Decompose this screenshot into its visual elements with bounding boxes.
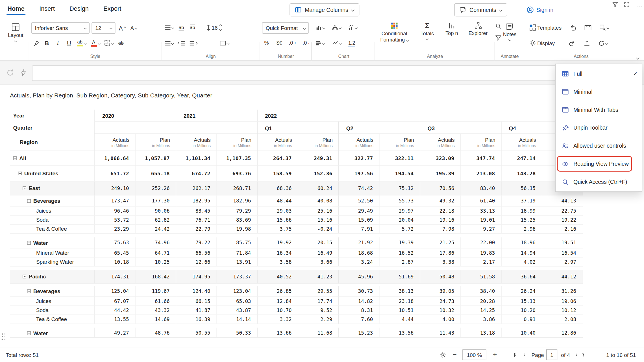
value-cell[interactable]: 3.58 — [257, 258, 298, 266]
value-cell[interactable]: 14.82 — [338, 297, 379, 306]
currency-format-button[interactable]: $€ — [275, 38, 284, 49]
value-cell[interactable]: 55.73 — [379, 195, 420, 206]
value-cell[interactable]: 83.69 — [216, 215, 257, 224]
value-cell[interactable]: 2.96 — [501, 224, 542, 233]
flash-icon[interactable] — [21, 69, 26, 76]
value-cell[interactable]: 7.98 — [420, 224, 460, 233]
row-label-water[interactable]: Water — [10, 237, 95, 248]
value-cell[interactable]: 16.52 — [379, 248, 420, 257]
value-cell[interactable]: 2.17 — [460, 258, 501, 266]
value-cell[interactable]: 20.04 — [379, 215, 420, 224]
year-header-cell[interactable]: 2022 — [257, 110, 582, 121]
next-page-button[interactable] — [575, 347, 577, 362]
value-cell[interactable]: 8.31 — [338, 306, 379, 315]
value-cell[interactable]: 66.56 — [176, 248, 216, 257]
quarter-header-cell[interactable]: Q3 — [420, 121, 501, 134]
value-cell[interactable]: 75.63 — [94, 237, 135, 248]
value-cell[interactable]: 90.06 — [135, 206, 176, 215]
bold-button[interactable]: B — [42, 38, 51, 49]
menu-item-minimal-with-tabs[interactable]: Minimal With Tabs — [556, 101, 642, 119]
value-cell[interactable]: 10.12 — [542, 306, 582, 315]
collapse-icon[interactable] — [27, 289, 31, 293]
increase-indent-button[interactable] — [188, 38, 198, 49]
notes-button[interactable]: Notes — [497, 23, 522, 40]
combo-chart-button[interactable] — [347, 22, 358, 33]
measure-header-cell[interactable]: Planin Millions — [460, 134, 501, 151]
value-cell[interactable]: 15.66 — [257, 215, 298, 224]
value-cell[interactable]: 22.00 — [460, 237, 501, 248]
value-cell[interactable]: 158.59 — [257, 166, 298, 181]
tab-home[interactable]: Home — [7, 5, 25, 12]
value-cell[interactable]: 213.08 — [460, 166, 501, 181]
value-cell[interactable]: 17.74 — [298, 297, 338, 306]
value-cell[interactable]: 2.87 — [379, 258, 420, 266]
format-painter-icon[interactable] — [31, 38, 40, 49]
value-cell[interactable]: 31.26 — [542, 286, 582, 296]
value-cell[interactable]: 45.96 — [338, 270, 379, 283]
font-family-select[interactable]: Inforiver Sans — [31, 22, 90, 34]
decrease-decimals-button[interactable]: .0- — [301, 38, 311, 49]
menu-item-allowed-user-controls[interactable]: Allowed user controls — [556, 137, 642, 155]
value-cell[interactable]: 24.42 — [135, 224, 176, 233]
value-cell[interactable]: 9.52 — [298, 306, 338, 315]
italic-button[interactable]: I — [53, 38, 62, 49]
value-cell[interactable]: 50.48 — [420, 270, 460, 283]
sign-in-button[interactable]: Sign in — [523, 3, 556, 17]
value-cell[interactable]: 9.27 — [460, 224, 501, 233]
first-page-button[interactable] — [514, 347, 517, 362]
value-cell[interactable]: 123.04 — [216, 286, 257, 296]
value-cell[interactable]: 14.25 — [460, 306, 501, 315]
value-cell[interactable]: 168.42 — [135, 270, 176, 283]
value-cell[interactable]: 13.56 — [379, 328, 420, 337]
value-cell[interactable]: 194.54 — [379, 166, 420, 181]
value-cell[interactable]: 76.71 — [176, 215, 216, 224]
value-cell[interactable]: 2.08 — [542, 315, 582, 324]
drag-handle-icon[interactable] — [2, 333, 6, 341]
value-cell[interactable]: 38.13 — [379, 286, 420, 296]
value-cell[interactable]: 15.16 — [298, 215, 338, 224]
menu-item-unpin-toolbar[interactable]: Unpin Toolbar — [556, 119, 642, 137]
collapse-icon[interactable] — [23, 275, 26, 278]
value-cell[interactable]: 693.76 — [216, 166, 257, 181]
row-label-east[interactable]: East — [10, 182, 95, 195]
menu-item-reading-view-preview[interactable]: Reading View Preview — [556, 155, 642, 173]
row-label-juices[interactable]: Juices — [10, 297, 95, 306]
value-cell[interactable]: 15.13 — [501, 297, 542, 306]
quarter-header-cell[interactable] — [176, 121, 257, 134]
menu-item-minimal[interactable]: Minimal — [556, 82, 642, 101]
value-cell[interactable]: 24.73 — [420, 297, 460, 306]
value-cell[interactable]: 65.03 — [216, 297, 257, 306]
underline-button[interactable]: U — [64, 38, 73, 49]
value-cell[interactable]: 83.40 — [460, 182, 501, 195]
decrease-indent-button[interactable] — [177, 38, 186, 49]
value-cell[interactable]: 1,101.34 — [176, 151, 216, 165]
value-cell[interactable]: 21.25 — [420, 237, 460, 248]
value-cell[interactable]: 10.32 — [420, 306, 460, 315]
measure-header-cell[interactable]: Actualsin Millions — [176, 134, 216, 151]
value-cell[interactable]: 3.66 — [298, 258, 338, 266]
value-cell[interactable]: 44.42 — [94, 306, 135, 315]
percent-format-button[interactable]: % — [262, 38, 271, 49]
value-cell[interactable]: 37.19 — [501, 195, 542, 206]
value-cell[interactable]: 12.86 — [542, 328, 582, 337]
value-cell[interactable]: 40.52 — [257, 270, 298, 283]
value-cell[interactable]: 49.27 — [94, 328, 135, 337]
value-cell[interactable]: 51.69 — [379, 270, 420, 283]
comments-button[interactable]: Comments — [454, 3, 507, 17]
column-chart-button[interactable] — [315, 22, 326, 33]
value-cell[interactable]: 43.32 — [135, 306, 176, 315]
value-cell[interactable]: 10.18 — [94, 258, 135, 266]
value-cell[interactable]: 22.75 — [542, 206, 582, 215]
value-cell[interactable]: 3.38 — [420, 258, 460, 266]
increase-height-icon[interactable] — [219, 25, 222, 27]
hierarchy-chart-button[interactable] — [331, 22, 342, 33]
value-cell[interactable]: 7.91 — [338, 224, 379, 233]
row-label-juices[interactable]: Juices — [10, 206, 95, 215]
value-cell[interactable]: 323.09 — [420, 151, 460, 165]
value-cell[interactable]: 3.86 — [460, 315, 501, 324]
value-cell[interactable]: 29.97 — [379, 206, 420, 215]
value-cell[interactable]: 79.29 — [216, 206, 257, 215]
value-cell[interactable]: 33.13 — [460, 206, 501, 215]
measure-header-cell[interactable]: Actualsin Millions — [338, 134, 379, 151]
region-axis-label[interactable]: Region — [10, 134, 95, 151]
